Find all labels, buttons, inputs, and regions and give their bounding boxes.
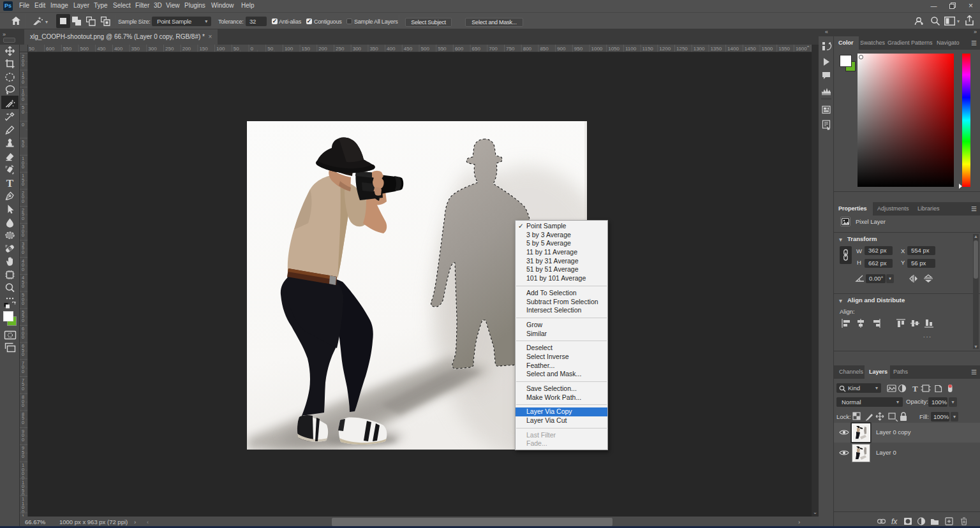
svg-text:100: 100 xyxy=(216,46,225,52)
svg-text:0: 0 xyxy=(22,420,24,425)
svg-text:400: 400 xyxy=(114,46,123,52)
svg-text:0: 0 xyxy=(22,402,24,408)
svg-text:0: 0 xyxy=(22,369,24,374)
svg-text:1300: 1300 xyxy=(694,46,705,52)
svg-text:100: 100 xyxy=(285,46,293,52)
svg-text:50: 50 xyxy=(267,46,273,52)
svg-text:1000: 1000 xyxy=(591,46,603,52)
svg-text:0: 0 xyxy=(22,79,24,85)
svg-text:1500: 1500 xyxy=(762,46,773,52)
svg-text:0: 0 xyxy=(251,46,254,52)
svg-text:0: 0 xyxy=(22,318,24,323)
svg-text:0: 0 xyxy=(22,300,24,306)
svg-text:T: T xyxy=(912,384,918,393)
svg-text:750: 750 xyxy=(506,46,515,52)
svg-text:fx: fx xyxy=(891,517,898,526)
svg-text:500: 500 xyxy=(421,46,430,52)
svg-text:0: 0 xyxy=(22,109,24,115)
svg-text:500: 500 xyxy=(80,46,89,52)
svg-text:950: 950 xyxy=(574,46,583,52)
svg-text:0: 0 xyxy=(22,181,24,187)
svg-text:600: 600 xyxy=(46,46,55,52)
svg-text:350: 350 xyxy=(131,46,140,52)
svg-text:1550: 1550 xyxy=(778,46,790,52)
svg-text:900: 900 xyxy=(557,46,566,52)
svg-text:0: 0 xyxy=(22,143,24,149)
svg-text:300: 300 xyxy=(148,46,157,52)
svg-text:0: 0 xyxy=(22,437,24,443)
svg-text:1350: 1350 xyxy=(710,46,722,52)
svg-text:1200: 1200 xyxy=(659,46,671,52)
svg-text:1400: 1400 xyxy=(727,46,739,52)
svg-text:0: 0 xyxy=(22,164,24,170)
svg-text:800: 800 xyxy=(523,46,532,52)
svg-text:150: 150 xyxy=(199,46,208,52)
svg-text:1450: 1450 xyxy=(745,46,756,52)
svg-text:0: 0 xyxy=(22,232,24,238)
svg-text:0: 0 xyxy=(22,386,24,392)
svg-text:0: 0 xyxy=(22,96,24,102)
svg-text:0: 0 xyxy=(22,334,24,340)
svg-text:300: 300 xyxy=(353,46,362,52)
svg-text:0: 0 xyxy=(22,198,24,204)
svg-text:0: 0 xyxy=(22,283,24,289)
svg-text:1250: 1250 xyxy=(676,46,688,52)
svg-text:250: 250 xyxy=(336,46,345,52)
svg-text:150: 150 xyxy=(302,46,311,52)
svg-text:350: 350 xyxy=(369,46,378,52)
svg-text:250: 250 xyxy=(165,46,174,52)
svg-text:200: 200 xyxy=(318,46,327,52)
svg-text:0: 0 xyxy=(22,122,24,128)
svg-text:650: 650 xyxy=(472,46,481,52)
svg-text:0: 0 xyxy=(22,62,24,68)
svg-text:700: 700 xyxy=(489,46,498,52)
svg-text:0: 0 xyxy=(22,453,24,459)
svg-text:850: 850 xyxy=(540,46,549,52)
svg-text:550: 550 xyxy=(438,46,447,52)
svg-text:T: T xyxy=(6,177,14,189)
svg-text:450: 450 xyxy=(97,46,106,52)
svg-text:0: 0 xyxy=(22,216,24,221)
svg-text:0: 0 xyxy=(22,249,24,255)
svg-text:1100: 1100 xyxy=(625,46,637,52)
svg-text:400: 400 xyxy=(387,46,396,52)
svg-text:600: 600 xyxy=(455,46,464,52)
svg-text:450: 450 xyxy=(404,46,413,52)
svg-text:50: 50 xyxy=(29,46,34,52)
svg-text:0: 0 xyxy=(22,351,24,357)
svg-text:200: 200 xyxy=(182,46,191,52)
svg-text:550: 550 xyxy=(63,46,72,52)
svg-text:1150: 1150 xyxy=(642,46,654,52)
svg-text:50: 50 xyxy=(234,46,239,52)
svg-text:0: 0 xyxy=(22,267,24,272)
svg-text:1050: 1050 xyxy=(608,46,620,52)
